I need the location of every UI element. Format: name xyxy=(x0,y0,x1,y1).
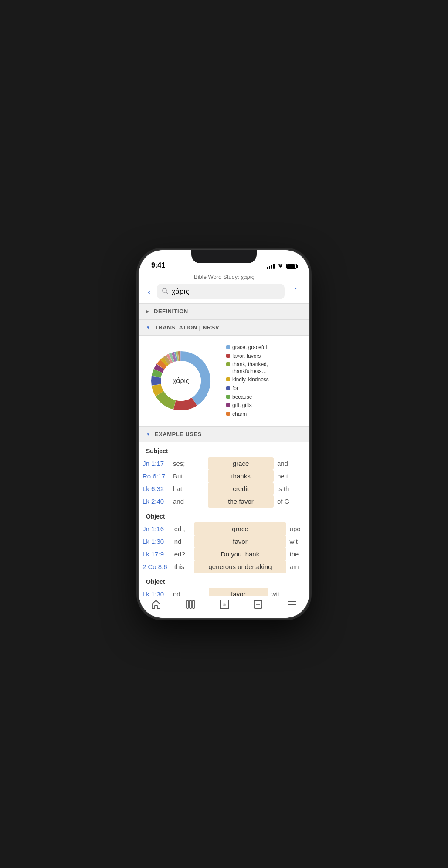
highlight-word: generous undertaking xyxy=(194,560,286,573)
bible-icon xyxy=(253,600,263,609)
ref-cell[interactable]: Lk 1:30 xyxy=(139,588,170,596)
context-before: and xyxy=(170,495,208,508)
ref-cell[interactable]: Lk 17:9 xyxy=(139,548,171,560)
example-table: Jn 1:17ses;graceandRo 6:17Butthanksbe tL… xyxy=(139,457,309,508)
context-after: the xyxy=(286,548,309,560)
ref-cell[interactable]: Lk 6:32 xyxy=(139,482,170,495)
example-table: Jn 1:16ed ,graceupoLk 1:30ndfavorwitLk 1… xyxy=(139,522,309,573)
legend-item: favor, favors xyxy=(226,353,302,360)
status-icons xyxy=(267,263,297,269)
definition-arrow: ▶ xyxy=(146,309,149,314)
tab-bar: 5 xyxy=(139,596,309,618)
search-bar[interactable]: χάρις xyxy=(157,284,285,299)
more-button[interactable]: ⋮ xyxy=(290,285,302,298)
phone-frame: 9:41 Bible Word Study: χάρις xyxy=(139,250,309,618)
table-row: Lk 6:32hatcreditis th xyxy=(139,482,309,495)
example-table: Lk 1:30ndfavorwit xyxy=(139,588,309,596)
legend-item: gift, gifts xyxy=(226,402,302,409)
legend-item: grace, graceful xyxy=(226,344,302,351)
legend-label: because xyxy=(232,394,252,401)
translation-arrow: ▼ xyxy=(146,325,150,330)
legend-color xyxy=(226,362,230,366)
context-after: wit xyxy=(286,535,309,548)
battery-icon xyxy=(286,264,297,269)
highlight-word: credit xyxy=(208,482,274,495)
context-after: wit xyxy=(268,588,309,596)
definition-title: DEFINITION xyxy=(154,308,188,315)
highlight-word: grace xyxy=(194,522,286,535)
legend-color xyxy=(226,354,230,358)
donut-center-label: χάρις xyxy=(173,377,189,385)
tab-library[interactable] xyxy=(185,600,196,609)
chart-legend: grace, gracefulfavor, favorsthank, thank… xyxy=(226,344,302,417)
translation-title: TRANSLATION | NRSV xyxy=(155,324,219,331)
legend-label: for xyxy=(232,385,238,392)
table-row: Lk 17:9ed?Do you thankthe xyxy=(139,548,309,560)
donut-chart: χάρις xyxy=(146,346,216,416)
ref-cell[interactable]: Jn 1:16 xyxy=(139,522,171,535)
legend-color xyxy=(226,403,230,407)
legend-label: favor, favors xyxy=(232,353,261,360)
content-area: ▶ DEFINITION ▼ TRANSLATION | NRSV xyxy=(139,303,309,596)
group-header: Object xyxy=(139,508,309,522)
ref-cell[interactable]: Ro 6:17 xyxy=(139,470,170,482)
home-icon xyxy=(151,600,161,609)
chart-container: χάρις grace, gracefulfavor, favorsthank,… xyxy=(139,336,309,426)
definition-section-header[interactable]: ▶ DEFINITION xyxy=(139,303,309,319)
table-row: Jn 1:17ses;graceand xyxy=(139,457,309,470)
ref-cell[interactable]: Jn 1:17 xyxy=(139,457,170,470)
page-title: Bible Word Study: χάρις xyxy=(139,272,309,280)
legend-color xyxy=(226,377,230,381)
status-time: 9:41 xyxy=(151,261,165,269)
legend-item: kindly, kindness xyxy=(226,376,302,383)
legend-color xyxy=(226,412,230,416)
context-before: ses; xyxy=(170,457,208,470)
table-row: 2 Co 8:6thisgenerous undertakingam xyxy=(139,560,309,573)
tab-menu[interactable] xyxy=(287,600,297,609)
wifi-icon xyxy=(277,263,284,269)
context-before: this xyxy=(171,560,194,573)
group-header: Subject xyxy=(139,442,309,457)
context-before: hat xyxy=(170,482,208,495)
legend-label: charm xyxy=(232,411,247,418)
context-after: is th xyxy=(274,482,309,495)
legend-label: thank, thanked, thankfulness… xyxy=(232,361,302,375)
legend-item: because xyxy=(226,394,302,401)
ref-cell[interactable]: 2 Co 8:6 xyxy=(139,560,171,573)
highlight-word: favor xyxy=(209,588,268,596)
svg-rect-3 xyxy=(187,600,188,608)
context-after: be t xyxy=(274,470,309,482)
tab-bible[interactable] xyxy=(253,600,263,609)
tab-home[interactable] xyxy=(151,600,161,609)
ref-cell[interactable]: Lk 1:30 xyxy=(139,535,171,548)
legend-item: thank, thanked, thankfulness… xyxy=(226,361,302,375)
context-after: of G xyxy=(274,495,309,508)
nav-bar: ‹ χάρις ⋮ xyxy=(139,280,309,303)
legend-label: gift, gifts xyxy=(232,402,252,409)
table-row: Lk 1:30ndfavorwit xyxy=(139,535,309,548)
highlight-word: grace xyxy=(208,457,274,470)
context-after: and xyxy=(274,457,309,470)
context-before: nd xyxy=(171,535,194,548)
highlight-word: the favor xyxy=(208,495,274,508)
group-header: Object xyxy=(139,573,309,588)
back-button[interactable]: ‹ xyxy=(146,285,153,298)
example-uses-section-header[interactable]: ▼ EXAMPLE USES xyxy=(139,426,309,442)
svg-rect-4 xyxy=(190,600,191,608)
legend-item: charm xyxy=(226,411,302,418)
table-row: Ro 6:17Butthanksbe t xyxy=(139,470,309,482)
legend-color xyxy=(226,395,230,399)
svg-line-1 xyxy=(166,292,168,294)
table-row: Lk 2:40andthe favorof G xyxy=(139,495,309,508)
ref-cell[interactable]: Lk 2:40 xyxy=(139,495,170,508)
context-before: ed , xyxy=(171,522,194,535)
context-before: nd xyxy=(170,588,209,596)
translation-section-header[interactable]: ▼ TRANSLATION | NRSV xyxy=(139,319,309,336)
example-uses-title: EXAMPLE USES xyxy=(155,431,202,437)
tab-reading[interactable]: 5 xyxy=(220,600,229,609)
library-icon xyxy=(185,600,196,609)
context-before: But xyxy=(170,470,208,482)
context-after: am xyxy=(286,560,309,573)
highlight-word: thanks xyxy=(208,470,274,482)
legend-label: grace, graceful xyxy=(232,344,267,351)
